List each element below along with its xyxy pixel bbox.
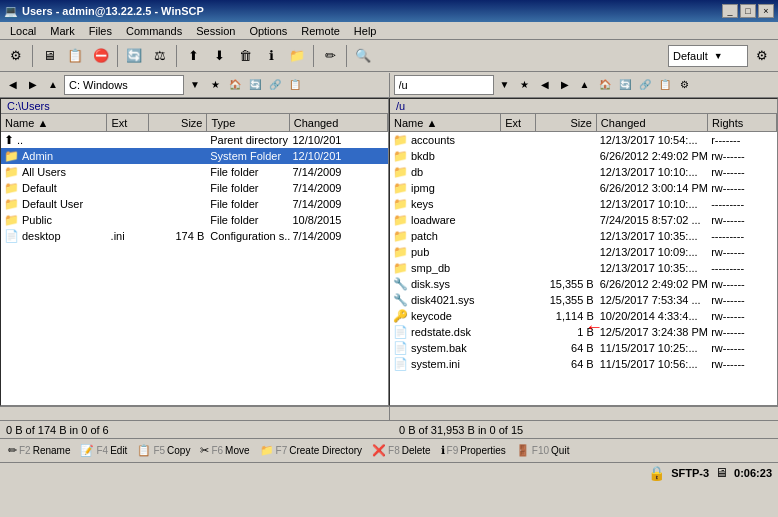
left-col-type[interactable]: Type: [207, 114, 289, 131]
right-path-input[interactable]: [394, 75, 494, 95]
right-file-row[interactable]: 📁bkdb 6/26/2012 2:49:02 PM rw------: [390, 148, 777, 164]
left-file-size: 174 B: [149, 228, 207, 244]
duplicate-button[interactable]: 📋: [63, 44, 87, 68]
right-file-row[interactable]: 📁patch 12/13/2017 10:35:... ---------: [390, 228, 777, 244]
right-hscroll[interactable]: [390, 407, 779, 420]
right-file-row[interactable]: 📄system.ini 64 B 11/15/2017 10:56:... rw…: [390, 356, 777, 372]
transfer-settings-button[interactable]: ⚙: [750, 44, 774, 68]
disconnect-button[interactable]: ⛔: [89, 44, 113, 68]
left-col-ext[interactable]: Ext: [107, 114, 149, 131]
right-col-name[interactable]: Name ▲: [390, 114, 501, 131]
menu-item-files[interactable]: Files: [83, 23, 118, 39]
left-col-name[interactable]: Name ▲: [1, 114, 107, 131]
left-sync-button[interactable]: 🔗: [266, 76, 284, 94]
menu-item-session[interactable]: Session: [190, 23, 241, 39]
right-nav-left-button[interactable]: ◀: [536, 76, 554, 94]
right-file-row[interactable]: 📁pub 12/13/2017 10:09:... rw------: [390, 244, 777, 260]
fkey-f5[interactable]: 📋 F5 Copy: [133, 442, 194, 459]
file-icon: 📁: [4, 181, 19, 195]
right-col-ext[interactable]: Ext: [501, 114, 536, 131]
left-copy-path-button[interactable]: 📋: [286, 76, 304, 94]
right-settings-button[interactable]: ⚙: [676, 76, 694, 94]
right-home-button[interactable]: 🏠: [596, 76, 614, 94]
sync-button[interactable]: 🔄: [122, 44, 146, 68]
minimize-button[interactable]: _: [722, 4, 738, 18]
left-file-row[interactable]: 📁Default File folder 7/14/2009: [1, 180, 388, 196]
right-bookmark-button[interactable]: ★: [516, 76, 534, 94]
left-file-row[interactable]: 📁Default User File folder 7/14/2009: [1, 196, 388, 212]
menu-item-remote[interactable]: Remote: [295, 23, 346, 39]
right-file-row[interactable]: 📁accounts 12/13/2017 10:54:... r-------: [390, 132, 777, 148]
right-refresh-button[interactable]: 🔄: [616, 76, 634, 94]
compare-button[interactable]: ⚖: [148, 44, 172, 68]
left-browse-button[interactable]: ▼: [186, 76, 204, 94]
left-col-size[interactable]: Size: [149, 114, 207, 131]
fkey-f7[interactable]: 📁 F7 Create Directory: [256, 442, 366, 459]
transfer-mode-dropdown[interactable]: Default ▼: [668, 45, 748, 67]
fkey-f4[interactable]: 📝 F4 Edit: [76, 442, 131, 459]
right-nav-right-button[interactable]: ▶: [556, 76, 574, 94]
left-refresh-button[interactable]: 🔄: [246, 76, 264, 94]
left-nav-right-button[interactable]: ▶: [24, 76, 42, 94]
right-copy-path-button[interactable]: 📋: [656, 76, 674, 94]
right-nav-up-button[interactable]: ▲: [576, 76, 594, 94]
right-col-size[interactable]: Size: [536, 114, 597, 131]
right-browse-button[interactable]: ▼: [496, 76, 514, 94]
left-hscroll[interactable]: [0, 407, 390, 420]
left-file-row[interactable]: 📁All Users File folder 7/14/2009: [1, 164, 388, 180]
right-file-ext: [501, 212, 536, 228]
left-file-row[interactable]: 📄desktop .ini 174 B Configuration s... 7…: [1, 228, 388, 244]
settings-button[interactable]: ⚙: [4, 44, 28, 68]
menu-item-commands[interactable]: Commands: [120, 23, 188, 39]
menu-item-help[interactable]: Help: [348, 23, 383, 39]
fkey-f9[interactable]: ℹ F9 Properties: [437, 442, 510, 459]
right-file-row[interactable]: 🔧disk.sys 15,355 B 6/26/2012 2:49:02 PM …: [390, 276, 777, 292]
right-file-row[interactable]: 🔧disk4021.sys 15,355 B 12/5/2017 7:53:34…: [390, 292, 777, 308]
left-home-button[interactable]: 🏠: [226, 76, 244, 94]
left-status: 0 B of 174 B in 0 of 6: [6, 424, 379, 436]
right-file-row[interactable]: 📄redstate.dsk 1 B 12/5/2017 3:24:38 PM r…: [390, 324, 777, 340]
fkey-key-label: F8: [388, 445, 400, 456]
close-button[interactable]: ×: [758, 4, 774, 18]
fkey-f8[interactable]: ❌ F8 Delete: [368, 442, 435, 459]
create-dir-button[interactable]: 📁: [285, 44, 309, 68]
new-session-button[interactable]: 🖥: [37, 44, 61, 68]
edit-button[interactable]: ✏: [318, 44, 342, 68]
right-file-row[interactable]: 📄system.bak 64 B 11/15/2017 10:25:... rw…: [390, 340, 777, 356]
fkey-f6[interactable]: ✂ F6 Move: [196, 442, 253, 459]
left-file-row[interactable]: ⬆.. Parent directory 12/10/201: [1, 132, 388, 148]
download-button[interactable]: ⬇: [207, 44, 231, 68]
left-col-changed[interactable]: Changed: [290, 114, 388, 131]
maximize-button[interactable]: □: [740, 4, 756, 18]
left-nav-left-button[interactable]: ◀: [4, 76, 22, 94]
left-address-bar: ◀ ▶ ▲ ▼ ★ 🏠 🔄 🔗 📋: [0, 73, 390, 97]
right-file-row[interactable]: 📁keys 12/13/2017 10:10:... ---------: [390, 196, 777, 212]
right-col-changed[interactable]: Changed: [597, 114, 708, 131]
menu-item-options[interactable]: Options: [243, 23, 293, 39]
right-sync-button[interactable]: 🔗: [636, 76, 654, 94]
right-file-row[interactable]: 📁db 12/13/2017 10:10:... rw------: [390, 164, 777, 180]
properties-button[interactable]: ℹ: [259, 44, 283, 68]
right-file-rights: rw------: [708, 148, 777, 164]
right-file-row[interactable]: 📁loadware 7/24/2015 8:57:02 ... rw------: [390, 212, 777, 228]
right-col-rights[interactable]: Rights: [708, 114, 777, 131]
find-button[interactable]: 🔍: [351, 44, 375, 68]
right-file-row[interactable]: 📁ipmg 6/26/2012 3:00:14 PM rw------: [390, 180, 777, 196]
upload-button[interactable]: ⬆: [181, 44, 205, 68]
left-file-row[interactable]: 📁Admin System Folder 12/10/201: [1, 148, 388, 164]
left-file-list[interactable]: ⬆.. Parent directory 12/10/201 📁Admin Sy…: [1, 132, 388, 405]
menu-item-local[interactable]: Local: [4, 23, 42, 39]
menu-item-mark[interactable]: Mark: [44, 23, 80, 39]
right-file-list[interactable]: 📁accounts 12/13/2017 10:54:... r------- …: [390, 132, 777, 405]
left-file-row[interactable]: 📁Public File folder 10/8/2015: [1, 212, 388, 228]
delete-button[interactable]: 🗑: [233, 44, 257, 68]
file-icon: 📁: [393, 213, 408, 227]
right-file-row[interactable]: 🔑keycode 1,114 B 10/20/2014 4:33:4... rw…: [390, 308, 777, 324]
fkey-f10[interactable]: 🚪 F10 Quit: [512, 442, 574, 459]
fkey-f2[interactable]: ✏ F2 Rename: [4, 442, 74, 459]
left-bookmark-button[interactable]: ★: [206, 76, 224, 94]
left-drive-input[interactable]: [64, 75, 184, 95]
right-file-row[interactable]: 📁smp_db 12/13/2017 10:35:... ---------: [390, 260, 777, 276]
file-icon: 📁: [393, 261, 408, 275]
left-nav-up-button[interactable]: ▲: [44, 76, 62, 94]
